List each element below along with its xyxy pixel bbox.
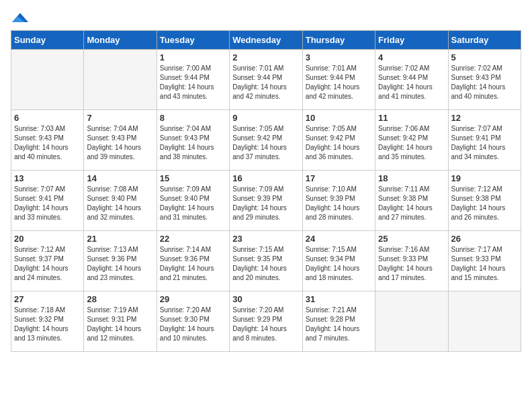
week-row-3: 13Sunrise: 7:07 AMSunset: 9:41 PMDayligh… (11, 171, 521, 231)
day-number: 19 (451, 173, 518, 183)
day-number: 18 (378, 173, 445, 183)
day-number: 3 (306, 52, 372, 62)
cal-cell: 30Sunrise: 7:20 AMSunset: 9:29 PMDayligh… (230, 291, 302, 352)
day-number: 22 (160, 234, 226, 244)
day-header-monday: Monday (84, 31, 157, 50)
day-number: 23 (232, 234, 299, 244)
day-number: 8 (160, 113, 226, 123)
cal-cell: 6Sunrise: 7:03 AMSunset: 9:43 PMDaylight… (11, 110, 84, 171)
cell-info: Sunrise: 7:08 AMSunset: 9:40 PMDaylight:… (87, 185, 153, 222)
cell-info: Sunrise: 7:16 AMSunset: 9:33 PMDaylight:… (378, 245, 445, 283)
day-header-sunday: Sunday (11, 31, 84, 50)
day-number: 11 (378, 113, 445, 123)
day-number: 17 (306, 173, 372, 183)
day-number: 13 (14, 173, 81, 183)
cal-cell: 20Sunrise: 7:12 AMSunset: 9:37 PMDayligh… (11, 231, 84, 291)
calendar-table: SundayMondayTuesdayWednesdayThursdayFrid… (11, 30, 521, 352)
day-header-saturday: Saturday (448, 31, 521, 50)
day-header-tuesday: Tuesday (157, 31, 229, 50)
cal-cell: 24Sunrise: 7:15 AMSunset: 9:34 PMDayligh… (302, 231, 375, 291)
cell-info: Sunrise: 7:02 AMSunset: 9:44 PMDaylight:… (378, 64, 445, 101)
cal-cell: 11Sunrise: 7:06 AMSunset: 9:42 PMDayligh… (375, 110, 448, 171)
cell-info: Sunrise: 7:20 AMSunset: 9:29 PMDaylight:… (232, 306, 299, 343)
cal-cell: 21Sunrise: 7:13 AMSunset: 9:36 PMDayligh… (84, 231, 157, 291)
day-number: 24 (306, 234, 372, 244)
week-row-4: 20Sunrise: 7:12 AMSunset: 9:37 PMDayligh… (11, 231, 521, 291)
cell-info: Sunrise: 7:05 AMSunset: 9:42 PMDaylight:… (232, 124, 299, 162)
cal-cell: 15Sunrise: 7:09 AMSunset: 9:40 PMDayligh… (157, 171, 229, 231)
cal-cell (84, 50, 157, 110)
cal-cell: 5Sunrise: 7:02 AMSunset: 9:43 PMDaylight… (448, 50, 521, 110)
cell-info: Sunrise: 7:01 AMSunset: 9:44 PMDaylight:… (232, 64, 299, 101)
cell-info: Sunrise: 7:05 AMSunset: 9:42 PMDaylight:… (306, 124, 372, 162)
cell-info: Sunrise: 7:15 AMSunset: 9:34 PMDaylight:… (306, 245, 372, 283)
cell-info: Sunrise: 7:14 AMSunset: 9:36 PMDaylight:… (160, 245, 226, 283)
cell-info: Sunrise: 7:03 AMSunset: 9:43 PMDaylight:… (14, 124, 81, 162)
cal-cell: 23Sunrise: 7:15 AMSunset: 9:35 PMDayligh… (230, 231, 302, 291)
day-number: 6 (14, 113, 81, 123)
cal-cell: 3Sunrise: 7:01 AMSunset: 9:44 PMDaylight… (302, 50, 375, 110)
cal-cell: 27Sunrise: 7:18 AMSunset: 9:32 PMDayligh… (11, 291, 84, 352)
day-number: 28 (87, 294, 153, 304)
cell-info: Sunrise: 7:00 AMSunset: 9:44 PMDaylight:… (160, 64, 226, 101)
cal-cell: 16Sunrise: 7:09 AMSunset: 9:39 PMDayligh… (230, 171, 302, 231)
day-number: 27 (14, 294, 81, 304)
cell-info: Sunrise: 7:12 AMSunset: 9:37 PMDaylight:… (14, 245, 81, 283)
cell-info: Sunrise: 7:15 AMSunset: 9:35 PMDaylight:… (232, 245, 299, 283)
day-number: 9 (232, 113, 299, 123)
cal-cell: 10Sunrise: 7:05 AMSunset: 9:42 PMDayligh… (302, 110, 375, 171)
cal-cell: 28Sunrise: 7:19 AMSunset: 9:31 PMDayligh… (84, 291, 157, 352)
cal-cell (11, 50, 84, 110)
day-number: 5 (451, 52, 518, 62)
cal-cell: 13Sunrise: 7:07 AMSunset: 9:41 PMDayligh… (11, 171, 84, 231)
cell-info: Sunrise: 7:13 AMSunset: 9:36 PMDaylight:… (87, 245, 153, 283)
cell-info: Sunrise: 7:07 AMSunset: 9:41 PMDaylight:… (451, 124, 518, 162)
cell-info: Sunrise: 7:19 AMSunset: 9:31 PMDaylight:… (87, 306, 153, 343)
cal-cell: 4Sunrise: 7:02 AMSunset: 9:44 PMDaylight… (375, 50, 448, 110)
cell-info: Sunrise: 7:06 AMSunset: 9:42 PMDaylight:… (378, 124, 445, 162)
cal-cell: 22Sunrise: 7:14 AMSunset: 9:36 PMDayligh… (157, 231, 229, 291)
cal-cell: 26Sunrise: 7:17 AMSunset: 9:33 PMDayligh… (448, 231, 521, 291)
day-number: 4 (378, 52, 445, 62)
cal-cell (448, 291, 521, 352)
cal-cell: 14Sunrise: 7:08 AMSunset: 9:40 PMDayligh… (84, 171, 157, 231)
page-header (11, 11, 521, 25)
day-number: 2 (232, 52, 299, 62)
day-number: 30 (232, 294, 299, 304)
logo (11, 11, 30, 25)
header-row: SundayMondayTuesdayWednesdayThursdayFrid… (11, 31, 521, 50)
cell-info: Sunrise: 7:02 AMSunset: 9:43 PMDaylight:… (451, 64, 518, 101)
day-number: 15 (160, 173, 226, 183)
week-row-2: 6Sunrise: 7:03 AMSunset: 9:43 PMDaylight… (11, 110, 521, 171)
cal-cell: 19Sunrise: 7:12 AMSunset: 9:38 PMDayligh… (448, 171, 521, 231)
day-number: 10 (306, 113, 372, 123)
day-number: 7 (87, 113, 153, 123)
cell-info: Sunrise: 7:01 AMSunset: 9:44 PMDaylight:… (306, 64, 372, 101)
cal-cell: 29Sunrise: 7:20 AMSunset: 9:30 PMDayligh… (157, 291, 229, 352)
cal-cell: 17Sunrise: 7:10 AMSunset: 9:39 PMDayligh… (302, 171, 375, 231)
cell-info: Sunrise: 7:04 AMSunset: 9:43 PMDaylight:… (87, 124, 153, 162)
cal-cell: 25Sunrise: 7:16 AMSunset: 9:33 PMDayligh… (375, 231, 448, 291)
cell-info: Sunrise: 7:12 AMSunset: 9:38 PMDaylight:… (451, 185, 518, 222)
cell-info: Sunrise: 7:09 AMSunset: 9:39 PMDaylight:… (232, 185, 299, 222)
week-row-5: 27Sunrise: 7:18 AMSunset: 9:32 PMDayligh… (11, 291, 521, 352)
cell-info: Sunrise: 7:04 AMSunset: 9:43 PMDaylight:… (160, 124, 226, 162)
cal-cell: 31Sunrise: 7:21 AMSunset: 9:28 PMDayligh… (302, 291, 375, 352)
week-row-1: 1Sunrise: 7:00 AMSunset: 9:44 PMDaylight… (11, 50, 521, 110)
day-number: 14 (87, 173, 153, 183)
cal-cell: 18Sunrise: 7:11 AMSunset: 9:38 PMDayligh… (375, 171, 448, 231)
cell-info: Sunrise: 7:21 AMSunset: 9:28 PMDaylight:… (306, 306, 372, 343)
cell-info: Sunrise: 7:10 AMSunset: 9:39 PMDaylight:… (306, 185, 372, 222)
cal-cell: 8Sunrise: 7:04 AMSunset: 9:43 PMDaylight… (157, 110, 229, 171)
day-number: 25 (378, 234, 445, 244)
cell-info: Sunrise: 7:20 AMSunset: 9:30 PMDaylight:… (160, 306, 226, 343)
day-number: 16 (232, 173, 299, 183)
cal-cell: 12Sunrise: 7:07 AMSunset: 9:41 PMDayligh… (448, 110, 521, 171)
logo-icon (12, 11, 28, 25)
day-header-thursday: Thursday (302, 31, 375, 50)
cal-cell: 2Sunrise: 7:01 AMSunset: 9:44 PMDaylight… (230, 50, 302, 110)
day-number: 21 (87, 234, 153, 244)
cell-info: Sunrise: 7:17 AMSunset: 9:33 PMDaylight:… (451, 245, 518, 283)
cal-cell: 1Sunrise: 7:00 AMSunset: 9:44 PMDaylight… (157, 50, 229, 110)
cell-info: Sunrise: 7:11 AMSunset: 9:38 PMDaylight:… (378, 185, 445, 222)
